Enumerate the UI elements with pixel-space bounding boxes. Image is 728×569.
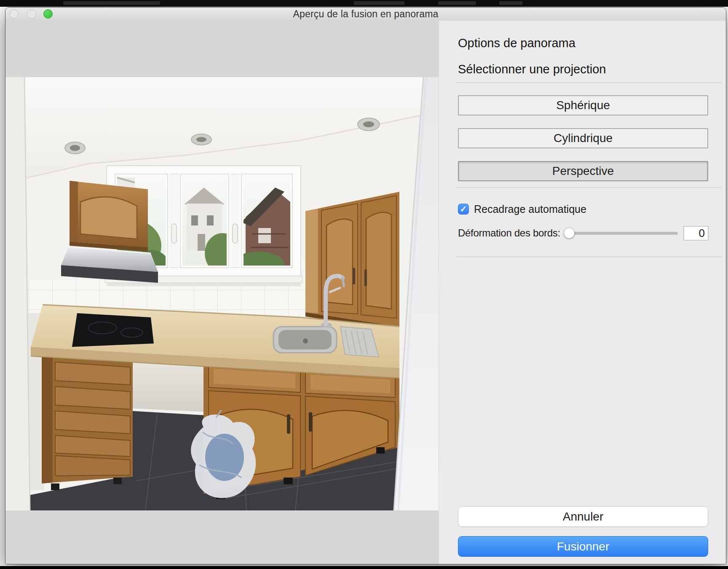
screen: Aperçu de la fusion en panorama bbox=[0, 0, 728, 569]
slider-track[interactable] bbox=[564, 232, 678, 235]
photo-right-upper-cabinets bbox=[305, 192, 399, 331]
background-artifact bbox=[499, 1, 522, 5]
background-artifact bbox=[438, 1, 476, 5]
projection-button-perspective[interactable]: Perspective bbox=[458, 161, 708, 181]
window-title: Aperçu de la fusion en panorama bbox=[5, 8, 726, 21]
background-app-strip bbox=[0, 0, 728, 7]
divider bbox=[456, 187, 722, 188]
panorama-merge-dialog: Aperçu de la fusion en panorama bbox=[5, 7, 726, 564]
window-handle bbox=[171, 224, 177, 243]
window-handle bbox=[233, 224, 238, 243]
edge-warp-slider[interactable] bbox=[564, 225, 678, 241]
zoom-button[interactable] bbox=[43, 9, 53, 19]
cancel-button[interactable]: Annuler bbox=[458, 506, 708, 527]
merge-button[interactable]: Fusionner bbox=[458, 536, 708, 557]
divider bbox=[456, 82, 722, 83]
projection-button-cylindrical[interactable]: Cylindrique bbox=[458, 128, 708, 148]
titlebar: Aperçu de la fusion en panorama bbox=[5, 8, 726, 21]
ceiling-spotlight bbox=[191, 134, 211, 145]
projection-button-spherical[interactable]: Sphérique bbox=[458, 95, 708, 115]
photo-drawer-unit bbox=[42, 350, 133, 490]
edge-warp-label: Déformation des bords: bbox=[458, 227, 560, 239]
background-artifact bbox=[354, 1, 404, 5]
auto-crop-checkbox[interactable]: ✓ bbox=[458, 204, 469, 215]
auto-crop-row: ✓ Recadrage automatique bbox=[458, 203, 586, 215]
photo-cooktop bbox=[72, 313, 154, 347]
ceiling-spotlight bbox=[358, 118, 380, 131]
panel-title: Options de panorama bbox=[458, 36, 575, 50]
edge-warp-row: Déformation des bords: 0 bbox=[458, 225, 709, 241]
checkmark-icon: ✓ bbox=[460, 204, 467, 214]
divider bbox=[456, 256, 722, 257]
edge-warp-value-field[interactable]: 0 bbox=[683, 226, 709, 241]
auto-crop-label: Recadrage automatique bbox=[474, 203, 586, 215]
panel-subtitle: Sélectionner une projection bbox=[458, 62, 606, 76]
slider-thumb[interactable] bbox=[564, 228, 575, 239]
panorama-preview-image[interactable] bbox=[5, 77, 439, 510]
ceiling-spotlight bbox=[65, 142, 85, 154]
background-artifact bbox=[63, 1, 160, 5]
photo-left-cabinet bbox=[70, 181, 148, 252]
preview-canvas bbox=[5, 21, 439, 564]
background-bottom-strip bbox=[0, 566, 728, 569]
minimize-button[interactable] bbox=[27, 9, 36, 19]
close-button[interactable] bbox=[9, 9, 19, 19]
options-panel: Options de panorama Sélectionner une pro… bbox=[439, 21, 726, 564]
